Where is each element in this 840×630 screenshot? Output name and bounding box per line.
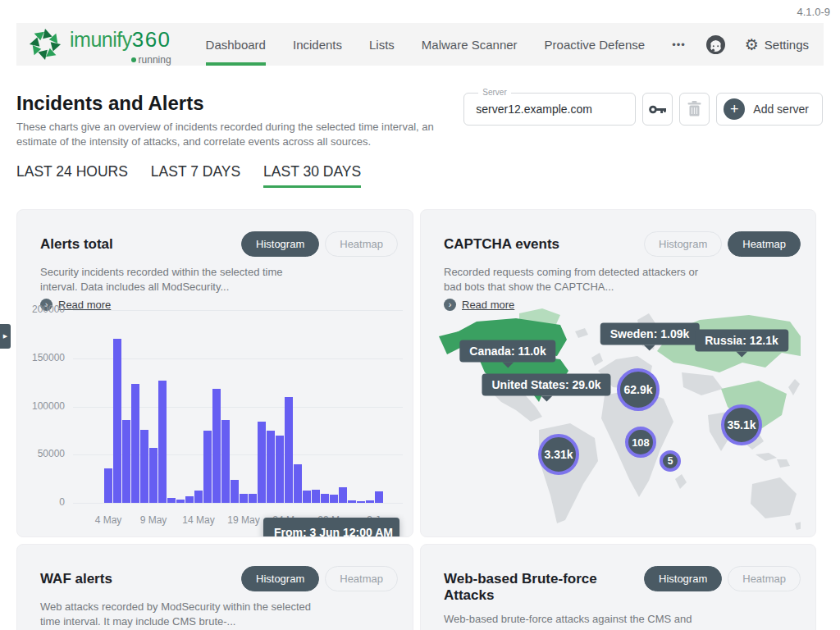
histogram-bar[interactable] — [294, 464, 302, 503]
view-toggle: Histogram Heatmap — [644, 231, 801, 257]
histogram-bar[interactable] — [330, 495, 338, 503]
nav-item-lists[interactable]: Lists — [369, 23, 395, 66]
histogram-bar[interactable] — [104, 468, 112, 503]
histogram-bar[interactable] — [194, 491, 203, 503]
map-marker[interactable]: 3.31k — [538, 434, 579, 475]
histogram-bar[interactable] — [276, 436, 284, 503]
map-marker[interactable]: 108 — [625, 427, 656, 458]
server-key-button[interactable] — [642, 93, 673, 126]
card-description: Web attacks recorded by ModSecurity with… — [40, 600, 311, 629]
histogram-bar[interactable] — [203, 431, 212, 503]
histogram-toggle[interactable]: Histogram — [241, 231, 319, 257]
x-axis-tick-label: 14 May — [174, 514, 223, 526]
card-captcha-events: CAPTCHA events Histogram Heatmap Recorde… — [420, 209, 816, 537]
y-axis-tick-label: 0 — [17, 496, 65, 508]
nav-item-malware-scanner[interactable]: Malware Scanner — [422, 23, 518, 66]
histogram-bar[interactable] — [131, 384, 139, 503]
x-axis-tick-label: 19 May — [219, 514, 268, 526]
histogram-bar[interactable] — [348, 500, 356, 503]
histogram-bar[interactable] — [366, 500, 374, 503]
histogram-bar[interactable] — [249, 494, 257, 503]
histogram-bar[interactable] — [303, 491, 311, 503]
histogram-bar[interactable] — [140, 430, 148, 503]
map-callout: United States: 29.0k — [482, 374, 610, 396]
imunify-pinwheel-icon — [28, 27, 62, 62]
histogram-bar[interactable] — [122, 420, 130, 503]
histogram-bar[interactable] — [158, 381, 167, 503]
histogram-bar[interactable] — [113, 339, 121, 503]
support-headset-icon[interactable] — [705, 34, 727, 56]
alerts-chart-bars — [104, 339, 383, 503]
captcha-world-map: 62.9k3.31k35.1k1085Canada: 11.0kUnited S… — [437, 308, 801, 537]
version-label: 4.1.0-9 — [797, 6, 830, 18]
histogram-bar[interactable] — [167, 498, 176, 503]
card-waf-alerts: WAF alerts Histogram Heatmap Web attacks… — [16, 544, 413, 630]
side-drawer-toggle[interactable]: ▶ — [0, 324, 11, 349]
settings-button[interactable]: ⚙ Settings — [745, 37, 809, 52]
nav-item-dashboard[interactable]: Dashboard — [206, 23, 266, 66]
server-delete-button[interactable] — [679, 93, 710, 126]
heatmap-toggle[interactable]: Heatmap — [325, 231, 398, 257]
navbar-right: ⚙ Settings — [705, 23, 809, 66]
y-axis-tick-label: 200000 — [17, 304, 65, 315]
histogram-bar[interactable] — [267, 431, 275, 503]
gear-icon: ⚙ — [745, 37, 759, 52]
card-header: CAPTCHA events Histogram Heatmap — [444, 231, 801, 257]
histogram-bar[interactable] — [285, 397, 293, 503]
view-toggle: Histogram Heatmap — [644, 566, 801, 591]
add-server-button[interactable]: + Add server — [716, 93, 823, 126]
histogram-toggle[interactable]: Histogram — [241, 566, 319, 591]
tab-last-24-hours[interactable]: LAST 24 HOURS — [16, 163, 128, 188]
tab-last-7-days[interactable]: LAST 7 DAYS — [151, 163, 240, 188]
heatmap-toggle[interactable]: Heatmap — [728, 231, 801, 257]
plus-icon: + — [724, 98, 745, 120]
server-select-field: Server — [463, 93, 636, 126]
histogram-bar[interactable] — [375, 491, 383, 503]
histogram-toggle[interactable]: Histogram — [644, 231, 722, 257]
status-text: running — [139, 54, 171, 66]
logo-text: imunify360 running — [70, 27, 171, 62]
card-header: Web-based Brute-force Attacks Histogram … — [444, 566, 801, 604]
heatmap-toggle[interactable]: Heatmap — [728, 566, 801, 591]
histogram-bar[interactable] — [357, 501, 365, 503]
alerts-histogram: 0500001000001500002000004 May9 May14 May… — [17, 310, 413, 536]
status-dot-icon — [131, 57, 136, 62]
tab-last-30-days[interactable]: LAST 30 DAYS — [263, 163, 361, 188]
map-marker[interactable]: 5 — [660, 450, 681, 472]
histogram-bar[interactable] — [240, 494, 248, 503]
nav-item-proactive-defense[interactable]: Proactive Defense — [545, 23, 646, 66]
y-axis-tick-label: 150000 — [17, 352, 65, 363]
key-icon — [649, 103, 667, 116]
top-navbar: imunify360 running Dashboard Incidents L… — [16, 23, 824, 66]
time-range-tabs: LAST 24 HOURS LAST 7 DAYS LAST 30 DAYS — [16, 163, 361, 188]
histogram-bar[interactable] — [258, 422, 266, 503]
histogram-bar[interactable] — [185, 496, 194, 503]
server-input[interactable] — [464, 94, 635, 125]
histogram-toggle[interactable]: Histogram — [644, 566, 722, 591]
map-marker[interactable]: 62.9k — [617, 368, 660, 411]
y-axis-tick-label: 50000 — [17, 448, 65, 459]
histogram-bar[interactable] — [149, 448, 158, 503]
tooltip-from: From: 3 Jun 12:00 AM — [274, 525, 389, 537]
y-gridline — [73, 310, 403, 311]
server-panel: Server + Add server — [463, 93, 823, 126]
histogram-bar[interactable] — [212, 389, 221, 503]
histogram-bar[interactable] — [231, 480, 239, 503]
histogram-bar[interactable] — [339, 487, 347, 503]
histogram-bar[interactable] — [221, 420, 230, 503]
card-description: Web-based brute-force attacks against th… — [444, 612, 714, 630]
histogram-bar[interactable] — [321, 494, 329, 503]
view-toggle: Histogram Heatmap — [241, 231, 398, 257]
nav-overflow-menu[interactable]: ••• — [672, 23, 686, 66]
histogram-bar[interactable] — [176, 500, 185, 503]
histogram-bar[interactable] — [312, 490, 320, 503]
y-gridline — [73, 503, 403, 504]
heatmap-toggle[interactable]: Heatmap — [325, 566, 398, 591]
card-alerts-total: Alerts total Histogram Heatmap Security … — [16, 209, 413, 537]
brand-suffix: 360 — [132, 27, 171, 52]
card-description: Recorded requests coming from detected a… — [444, 265, 714, 294]
read-more-link[interactable]: › Read more — [40, 299, 398, 311]
x-axis-tick-label: 9 May — [129, 514, 178, 526]
nav-item-incidents[interactable]: Incidents — [293, 23, 342, 66]
map-marker[interactable]: 35.1k — [721, 404, 762, 445]
